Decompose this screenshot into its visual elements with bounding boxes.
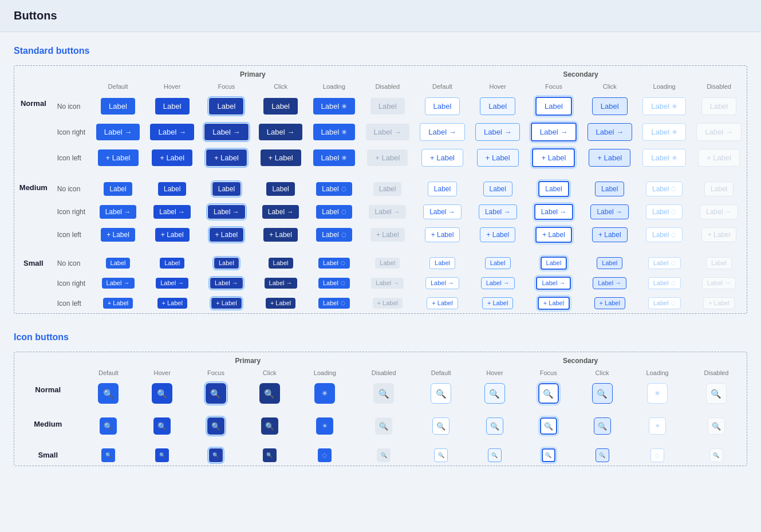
btn-medium-primary-loading-iconleft[interactable]: Label ◌: [316, 228, 352, 242]
btn-normal-primary-click-iconleft[interactable]: + Label: [261, 149, 301, 166]
iconbtn-small-primary-focus[interactable]: 🔍: [209, 448, 223, 462]
btn-medium-secondary-disabled-iconright[interactable]: Label →: [700, 204, 738, 219]
btn-small-primary-default-noicon[interactable]: Label: [106, 258, 131, 269]
iconbtn-medium-primary-disabled[interactable]: 🔍: [375, 417, 392, 435]
btn-small-primary-click-noicon[interactable]: Label: [269, 258, 293, 269]
btn-medium-secondary-hover-iconright[interactable]: Label →: [479, 204, 517, 219]
btn-small-secondary-hover-noicon[interactable]: Label: [485, 257, 511, 269]
iconbtn-normal-primary-focus[interactable]: 🔍: [206, 383, 226, 404]
btn-small-primary-hover-noicon[interactable]: Label: [160, 258, 184, 269]
btn-medium-primary-click-noicon[interactable]: Label: [266, 182, 294, 196]
btn-medium-primary-hover-iconright[interactable]: Label →: [153, 205, 191, 219]
btn-normal-primary-click-iconright[interactable]: Label →: [259, 124, 302, 140]
iconbtn-small-primary-hover[interactable]: 🔍: [155, 448, 169, 462]
iconbtn-normal-primary-default[interactable]: 🔍: [98, 383, 119, 404]
btn-medium-secondary-loading-noicon[interactable]: Label ◌: [646, 182, 683, 196]
btn-medium-primary-default-iconright[interactable]: Label →: [100, 205, 137, 219]
iconbtn-small-secondary-hover[interactable]: 🔍: [488, 448, 502, 462]
btn-medium-primary-click-iconright[interactable]: Label →: [262, 205, 299, 219]
iconbtn-normal-secondary-focus[interactable]: 🔍: [538, 383, 559, 404]
iconbtn-medium-secondary-disabled[interactable]: 🔍: [708, 417, 725, 435]
btn-normal-secondary-hover-iconright[interactable]: Label →: [475, 123, 520, 141]
iconbtn-small-secondary-click[interactable]: 🔍: [596, 448, 609, 462]
iconbtn-small-secondary-focus[interactable]: 🔍: [542, 448, 555, 462]
btn-normal-secondary-disabled-noicon[interactable]: Label: [701, 97, 737, 115]
btn-normal-primary-click-noicon[interactable]: Label: [263, 98, 298, 115]
btn-small-primary-disabled-iconright[interactable]: Label →: [371, 278, 404, 289]
btn-normal-primary-default-iconright[interactable]: Label →: [96, 124, 140, 140]
btn-medium-primary-hover-noicon[interactable]: Label: [158, 182, 186, 196]
btn-small-primary-default-iconleft[interactable]: + Label: [103, 298, 133, 309]
btn-medium-secondary-default-iconleft[interactable]: + Label: [425, 227, 460, 242]
iconbtn-small-primary-default[interactable]: 🔍: [101, 448, 115, 462]
btn-normal-secondary-disabled-iconright[interactable]: Label →: [696, 123, 741, 141]
btn-medium-secondary-click-iconleft[interactable]: + Label: [592, 227, 628, 242]
btn-normal-secondary-click-noicon[interactable]: Label: [592, 97, 628, 115]
btn-small-secondary-focus-noicon[interactable]: Label: [541, 257, 567, 270]
btn-medium-secondary-loading-iconright[interactable]: Label ◌: [646, 204, 683, 219]
btn-medium-primary-click-iconleft[interactable]: + Label: [263, 228, 298, 242]
btn-medium-primary-focus-noicon[interactable]: Label: [212, 182, 240, 196]
btn-small-secondary-default-iconright[interactable]: Label →: [425, 277, 459, 289]
iconbtn-normal-secondary-default[interactable]: 🔍: [431, 383, 451, 404]
btn-small-secondary-loading-noicon[interactable]: Label ◌: [648, 257, 681, 269]
btn-small-secondary-click-iconleft[interactable]: + Label: [594, 297, 625, 309]
iconbtn-medium-secondary-focus[interactable]: 🔍: [540, 417, 557, 435]
btn-medium-primary-focus-iconleft[interactable]: + Label: [210, 228, 244, 242]
iconbtn-medium-secondary-default[interactable]: 🔍: [432, 417, 449, 435]
btn-small-primary-default-iconright[interactable]: Label →: [102, 278, 135, 289]
btn-small-secondary-hover-iconright[interactable]: Label →: [481, 277, 515, 289]
btn-small-primary-focus-iconright[interactable]: Label →: [210, 278, 243, 289]
btn-normal-primary-loading-iconleft[interactable]: Label ✳: [313, 149, 356, 166]
btn-small-primary-loading-noicon[interactable]: Label ◌: [318, 258, 350, 269]
iconbtn-normal-primary-loading[interactable]: ✳: [314, 383, 335, 404]
btn-medium-primary-focus-iconright[interactable]: Label →: [208, 205, 245, 219]
btn-small-secondary-disabled-noicon[interactable]: Label: [706, 257, 732, 269]
btn-small-primary-focus-iconleft[interactable]: + Label: [211, 298, 241, 309]
btn-normal-secondary-focus-noicon[interactable]: Label: [535, 97, 572, 116]
btn-medium-primary-loading-iconright[interactable]: Label ◌: [316, 205, 352, 219]
iconbtn-normal-primary-disabled[interactable]: 🔍: [373, 383, 394, 404]
btn-small-primary-disabled-iconleft[interactable]: + Label: [373, 298, 403, 309]
btn-medium-primary-disabled-noicon[interactable]: Label: [373, 182, 401, 196]
iconbtn-normal-secondary-loading[interactable]: ✳: [647, 383, 668, 404]
btn-medium-primary-disabled-iconleft[interactable]: + Label: [370, 228, 405, 242]
btn-medium-secondary-click-noicon[interactable]: Label: [595, 182, 624, 196]
btn-small-secondary-disabled-iconright[interactable]: Label →: [702, 277, 736, 289]
btn-small-secondary-disabled-iconleft[interactable]: + Label: [703, 297, 734, 309]
btn-normal-primary-loading-iconright[interactable]: Label ✳: [313, 124, 356, 140]
btn-medium-secondary-hover-noicon[interactable]: Label: [483, 182, 512, 196]
btn-small-primary-click-iconright[interactable]: Label →: [265, 278, 297, 289]
btn-normal-secondary-hover-iconleft[interactable]: + Label: [477, 149, 519, 167]
iconbtn-small-primary-click[interactable]: 🔍: [263, 448, 277, 462]
btn-small-secondary-hover-iconleft[interactable]: + Label: [482, 297, 513, 309]
btn-small-primary-focus-noicon[interactable]: Label: [214, 258, 239, 269]
btn-small-primary-click-iconleft[interactable]: + Label: [266, 298, 295, 309]
btn-small-secondary-default-noicon[interactable]: Label: [429, 257, 455, 269]
btn-small-secondary-click-noicon[interactable]: Label: [597, 257, 622, 269]
iconbtn-medium-secondary-click[interactable]: 🔍: [594, 417, 611, 435]
iconbtn-small-secondary-default[interactable]: 🔍: [434, 448, 448, 462]
btn-normal-secondary-default-noicon[interactable]: Label: [425, 97, 460, 115]
btn-normal-secondary-loading-iconright[interactable]: Label ✳: [642, 123, 686, 141]
btn-medium-secondary-focus-iconleft[interactable]: + Label: [535, 227, 572, 243]
btn-medium-primary-loading-noicon[interactable]: Label ◌: [316, 182, 352, 196]
iconbtn-small-secondary-loading[interactable]: ◌: [650, 448, 664, 462]
btn-normal-primary-hover-iconleft[interactable]: + Label: [152, 149, 192, 166]
btn-normal-secondary-loading-noicon[interactable]: Label ✳: [642, 97, 686, 115]
btn-normal-primary-disabled-noicon[interactable]: Label: [370, 98, 405, 115]
btn-normal-secondary-click-iconleft[interactable]: + Label: [589, 149, 630, 167]
iconbtn-normal-secondary-click[interactable]: 🔍: [592, 383, 613, 404]
btn-normal-secondary-default-iconleft[interactable]: + Label: [421, 149, 463, 167]
iconbtn-medium-primary-loading[interactable]: ✳: [316, 417, 333, 435]
btn-medium-primary-default-iconleft[interactable]: + Label: [101, 228, 135, 242]
btn-medium-secondary-disabled-noicon[interactable]: Label: [704, 182, 734, 196]
iconbtn-medium-primary-default[interactable]: 🔍: [100, 417, 117, 435]
btn-normal-primary-focus-noicon[interactable]: Label: [209, 98, 243, 115]
btn-small-secondary-focus-iconright[interactable]: Label →: [536, 277, 571, 290]
btn-medium-primary-disabled-iconright[interactable]: Label →: [369, 205, 406, 219]
btn-small-secondary-loading-iconright[interactable]: Label ◌: [648, 277, 681, 289]
btn-normal-primary-disabled-iconright[interactable]: Label →: [366, 124, 409, 140]
iconbtn-normal-primary-hover[interactable]: 🔍: [152, 383, 172, 404]
btn-medium-secondary-focus-iconright[interactable]: Label →: [534, 204, 574, 220]
